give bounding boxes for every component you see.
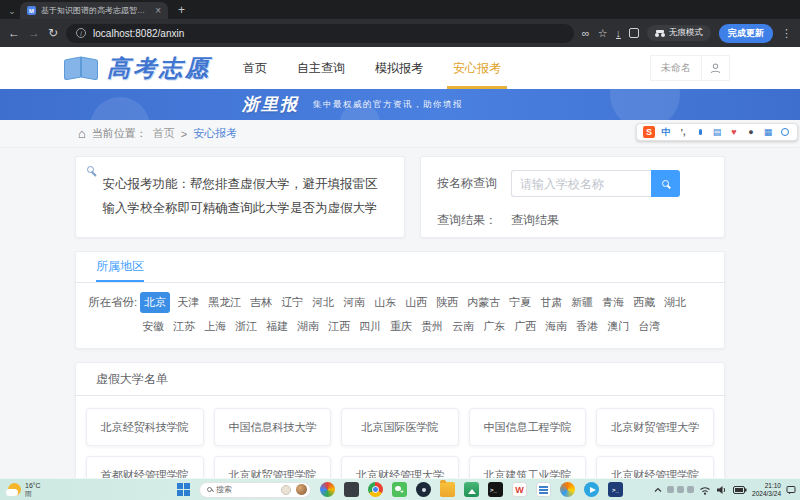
breadcrumb-current[interactable]: 安心报考 — [193, 126, 237, 141]
university-card[interactable]: 北京国际医学院 — [341, 408, 459, 446]
forward-button[interactable]: → — [28, 26, 40, 40]
province-chip[interactable]: 台湾 — [636, 316, 662, 337]
province-chip[interactable]: 青海 — [600, 292, 626, 313]
province-chip[interactable]: 北京 — [140, 292, 170, 313]
reload-button[interactable]: ↻ — [48, 26, 58, 40]
province-chip[interactable]: 江苏 — [171, 316, 197, 337]
toolbox-icon[interactable]: ▦ — [762, 126, 774, 138]
province-chip[interactable]: 黑龙江 — [206, 292, 243, 313]
emoji-icon[interactable]: ♥ — [728, 126, 740, 138]
university-card[interactable]: 中国信息工程学院 — [469, 408, 587, 446]
browser-tab[interactable]: M 基于知识图谱的高考志愿智能推荐 × — [20, 2, 168, 19]
wechat-icon[interactable] — [392, 482, 407, 497]
school-name-input[interactable] — [511, 170, 651, 197]
volume-icon[interactable] — [716, 485, 728, 495]
site-logo[interactable]: 高考志愿 — [64, 53, 211, 84]
battery-icon[interactable] — [733, 486, 747, 494]
dark-dock-icon[interactable] — [344, 482, 359, 497]
province-chip[interactable]: 甘肃 — [538, 292, 564, 313]
province-chip[interactable]: 湖北 — [662, 292, 688, 313]
chrome-update-button[interactable]: 完成更新 — [719, 24, 773, 43]
search-button[interactable] — [651, 170, 680, 197]
weather-widget[interactable]: 16°C 雨 — [8, 482, 41, 498]
photos-icon[interactable] — [464, 482, 479, 497]
province-chip[interactable]: 宁夏 — [507, 292, 533, 313]
mic-icon[interactable] — [694, 126, 706, 138]
promo-banner[interactable]: 浙里报 集中最权威的官方资讯，助你填报 — [0, 89, 800, 120]
side-panel-icon[interactable] — [629, 28, 639, 38]
wifi-icon[interactable] — [699, 485, 711, 495]
breadcrumb: ⌂ 当前位置： 首页 > 安心报考 S中’,▤♥●▦ — [0, 120, 800, 148]
wps-icon[interactable]: W — [512, 482, 527, 497]
nav-item[interactable]: 安心报考 — [453, 47, 501, 89]
tab-search-chevron-icon[interactable]: ⌄ — [4, 3, 20, 19]
tray-chevron-icon[interactable] — [654, 487, 662, 493]
downloads-icon[interactable]: ↓ — [616, 28, 622, 39]
province-chip[interactable]: 内蒙古 — [465, 292, 502, 313]
province-chip[interactable]: 吉林 — [248, 292, 274, 313]
hidden-tray-icons[interactable] — [667, 486, 694, 493]
province-chip[interactable]: 四川 — [357, 316, 383, 337]
province-chip[interactable]: 上海 — [202, 316, 228, 337]
new-tab-button[interactable]: + — [178, 3, 185, 17]
punctuation-icon[interactable]: ’, — [677, 126, 689, 138]
folder-icon[interactable] — [440, 482, 455, 497]
sogou-logo-icon[interactable]: S — [643, 126, 655, 138]
user-avatar-icon[interactable] — [702, 56, 729, 80]
docs-icon[interactable] — [536, 482, 551, 497]
chrome-icon[interactable] — [368, 482, 383, 497]
province-chip[interactable]: 广西 — [512, 316, 538, 337]
province-chip[interactable]: 云南 — [450, 316, 476, 337]
telegram-icon[interactable] — [584, 482, 599, 497]
province-chip[interactable]: 新疆 — [569, 292, 595, 313]
province-chip[interactable]: 河北 — [310, 292, 336, 313]
province-chip[interactable]: 安徽 — [140, 316, 166, 337]
province-chip[interactable]: 浙江 — [233, 316, 259, 337]
nav-item[interactable]: 自主查询 — [297, 47, 345, 89]
province-chip[interactable]: 贵州 — [419, 316, 445, 337]
province-chip[interactable]: 香港 — [574, 316, 600, 337]
start-button[interactable] — [177, 483, 190, 496]
university-card[interactable]: 中国信息科技大学 — [214, 408, 332, 446]
province-chip[interactable]: 陕西 — [434, 292, 460, 313]
url-bar[interactable]: i localhost:8082/anxin — [66, 24, 574, 43]
settings-icon[interactable] — [779, 126, 791, 138]
bookmark-star-icon[interactable]: ☆ — [598, 27, 608, 40]
honeyview-icon[interactable] — [560, 482, 575, 497]
university-card[interactable]: 北京经贸科技学院 — [86, 408, 204, 446]
share-link-icon[interactable]: ∞ — [582, 27, 590, 39]
site-info-icon[interactable]: i — [76, 28, 86, 38]
university-card[interactable]: 北京财贸管理大学 — [596, 408, 714, 446]
breadcrumb-home-link[interactable]: 首页 — [153, 126, 175, 141]
province-chip[interactable]: 澳门 — [605, 316, 631, 337]
notification-icon[interactable] — [786, 485, 796, 495]
province-chip[interactable]: 福建 — [264, 316, 290, 337]
province-chip[interactable]: 河南 — [341, 292, 367, 313]
powershell-icon[interactable]: >_ — [608, 482, 623, 497]
username-label[interactable]: 未命名 — [651, 56, 702, 80]
province-chip[interactable]: 广东 — [481, 316, 507, 337]
skin-icon[interactable]: ● — [745, 126, 757, 138]
back-button[interactable]: ← — [8, 26, 20, 40]
browser-menu-icon[interactable]: ⋮ — [781, 27, 792, 40]
province-chip[interactable]: 西藏 — [631, 292, 657, 313]
province-chip[interactable]: 湖南 — [295, 316, 321, 337]
colorful-app-icon[interactable] — [320, 482, 335, 497]
keyboard-icon[interactable]: ▤ — [711, 126, 723, 138]
chinese-mode-icon[interactable]: 中 — [660, 126, 672, 138]
province-chip[interactable]: 山西 — [403, 292, 429, 313]
province-chip[interactable]: 辽宁 — [279, 292, 305, 313]
taskbar-clock[interactable]: 21:10 2024/3/24 — [752, 482, 781, 498]
province-chip[interactable]: 重庆 — [388, 316, 414, 337]
nav-item[interactable]: 模拟报考 — [375, 47, 423, 89]
province-chip[interactable]: 江西 — [326, 316, 352, 337]
taskbar-search[interactable]: 搜索 — [199, 482, 311, 498]
terminal-black-icon[interactable]: >_ — [488, 482, 503, 497]
province-chip[interactable]: 天津 — [175, 292, 201, 313]
tab-region[interactable]: 所属地区 — [96, 252, 144, 282]
steam-icon[interactable] — [416, 482, 431, 497]
province-chip[interactable]: 海南 — [543, 316, 569, 337]
province-chip[interactable]: 山东 — [372, 292, 398, 313]
tab-close-icon[interactable]: × — [155, 6, 161, 16]
nav-item[interactable]: 首页 — [243, 47, 267, 89]
